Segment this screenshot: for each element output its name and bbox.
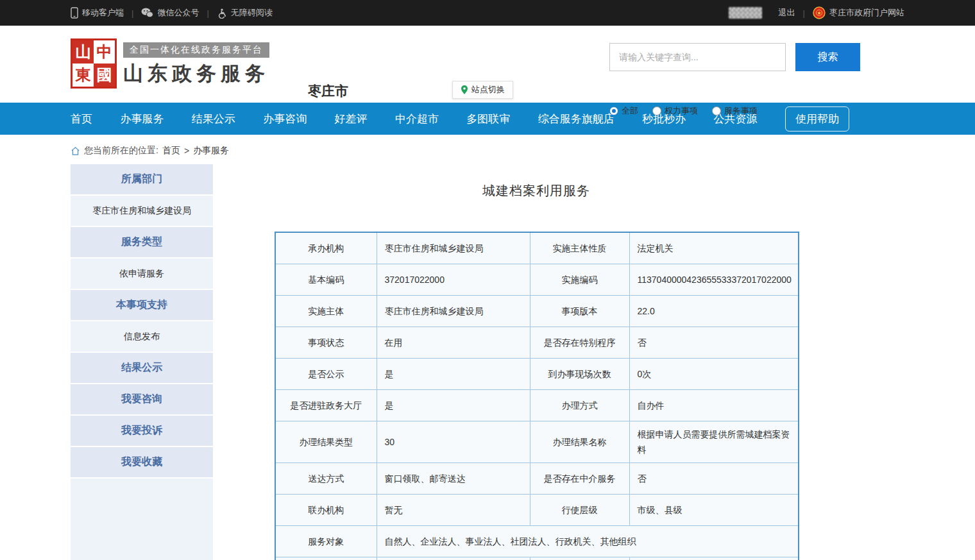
field-value: 0次: [629, 358, 799, 389]
field-label: 办理结果类型: [275, 421, 377, 462]
shandong-seal-logo: 山 中 東 國: [71, 38, 117, 89]
field-value: [629, 557, 799, 560]
site-name: 山东政务服务: [123, 60, 269, 87]
table-row: 是否公示 是 到办事现场次数 0次: [275, 358, 799, 389]
logout-label: 退出: [779, 7, 795, 19]
sidebar-item-results[interactable]: 结果公示: [71, 353, 213, 384]
field-label: [275, 557, 377, 560]
field-label: 是否存在中介服务: [530, 462, 629, 494]
sidebar-filler: [71, 479, 213, 560]
breadcrumb-separator: >: [184, 146, 189, 156]
search-input[interactable]: [609, 43, 786, 71]
sidebar-item-on-application[interactable]: 依申请服务: [71, 259, 213, 290]
scope-label: 权力事项: [665, 105, 698, 117]
nav-item-results[interactable]: 结果公示: [192, 112, 235, 126]
topbar-right: 退出 | ★ 枣庄市政府门户网站: [729, 6, 904, 19]
wechat-icon: [141, 8, 153, 18]
breadcrumb: 您当前所在的位置: 首页 > 办事服务: [0, 135, 975, 162]
sidebar-header-service-type: 服务类型: [71, 227, 213, 259]
radio-icon: [609, 106, 618, 115]
field-label: 事项状态: [275, 327, 377, 358]
table-row: 承办机构 枣庄市住房和城乡建设局 实施主体性质 法定机关: [275, 232, 799, 264]
field-label: 是否公示: [275, 358, 377, 389]
breadcrumb-home-link[interactable]: 首页: [162, 145, 180, 157]
content-area: 所属部门 枣庄市住房和城乡建设局 服务类型 依申请服务 本事项支持 信息发布 结…: [0, 164, 975, 560]
field-label: 实施主体: [275, 295, 377, 327]
main-panel: 城建档案利用服务 承办机构 枣庄市住房和城乡建设局 实施主体性质 法定机关 基本…: [213, 164, 975, 560]
field-label: 联办机构: [275, 494, 377, 525]
nav-item-home[interactable]: 首页: [71, 112, 92, 126]
field-label: 实施编码: [530, 264, 629, 295]
sidebar-item-department-value[interactable]: 枣庄市住房和城乡建设局: [71, 196, 213, 227]
field-value: 自然人、企业法人、事业法人、社团法人、行政机关、其他组织: [377, 525, 799, 557]
svg-text:★: ★: [817, 10, 821, 16]
divider: |: [803, 8, 805, 18]
city-name: 枣庄市: [308, 82, 348, 100]
field-value: 是: [377, 358, 530, 389]
table-row: 送达方式 窗口领取、邮寄送达 是否存在中介服务 否: [275, 462, 799, 494]
field-value: 枣庄市住房和城乡建设局: [377, 232, 530, 264]
platform-badge: 全国一体化在线政务服务平台: [123, 42, 269, 58]
accessibility-link[interactable]: 无障碍阅读: [217, 7, 273, 19]
sidebar-item-consult[interactable]: 我要咨询: [71, 384, 213, 416]
table-row: 事项状态 在用 是否存在特别程序 否: [275, 327, 799, 358]
sidebar-item-info-publish[interactable]: 信息发布: [71, 321, 213, 353]
nav-item-agency-market[interactable]: 中介超市: [395, 112, 439, 126]
radio-icon: [652, 106, 661, 115]
seal-char: 山: [72, 40, 94, 64]
home-icon: [71, 146, 80, 156]
mobile-phone-icon: [71, 7, 78, 19]
portal-link[interactable]: ★ 枣庄市政府门户网站: [813, 6, 904, 19]
search-button[interactable]: 搜索: [795, 43, 860, 71]
scope-label: 全部: [622, 105, 638, 117]
portal-label: 枣庄市政府门户网站: [829, 7, 904, 19]
scope-radio-all[interactable]: 全部: [609, 105, 638, 117]
sidebar-item-complaint[interactable]: 我要投诉: [71, 416, 213, 447]
nav-item-joint-review[interactable]: 多图联审: [466, 112, 510, 126]
field-value: 枣庄市住房和城乡建设局: [377, 295, 530, 327]
wechat-link[interactable]: 微信公众号: [141, 7, 199, 19]
header: 山 中 東 國 全国一体化在线政务服务平台 山东政务服务 枣庄市 站点切换 搜索…: [0, 26, 975, 103]
mobile-client-link[interactable]: 移动客户端: [71, 7, 124, 19]
sidebar-header-item-support: 本事项支持: [71, 290, 213, 321]
nav-item-services[interactable]: 办事服务: [120, 112, 164, 126]
field-label: 办理结果名称: [530, 421, 629, 462]
nav-item-help[interactable]: 使用帮助: [785, 106, 849, 132]
table-row: 实施主体 枣庄市住房和城乡建设局 事项版本 22.0: [275, 295, 799, 327]
field-label: 是否进驻政务大厅: [275, 389, 377, 421]
scope-radio-service-items[interactable]: 服务事项: [712, 105, 758, 117]
field-label: 实施主体性质: [530, 232, 629, 264]
table-row: 基本编码 372017022000 实施编码 11370400004236555…: [275, 264, 799, 295]
nav-item-consult[interactable]: 办事咨询: [263, 112, 307, 126]
table-row: 是否进驻政务大厅 是 办理方式 自办件: [275, 389, 799, 421]
breadcrumb-current[interactable]: 办事服务: [193, 145, 229, 157]
main-nav: 首页 办事服务 结果公示 办事咨询 好差评 中介超市 多图联审 综合服务旗舰店 …: [0, 103, 975, 135]
page-title: 城建档案利用服务: [275, 182, 798, 199]
field-label: 送达方式: [275, 462, 377, 494]
sidebar: 所属部门 枣庄市住房和城乡建设局 服务类型 依申请服务 本事项支持 信息发布 结…: [71, 164, 213, 560]
accessibility-label: 无障碍阅读: [231, 7, 273, 19]
seal-char: 中: [94, 40, 115, 64]
topbar-left: 移动客户端 | 微信公众号 | 无障碍阅读: [71, 7, 273, 19]
divider: |: [207, 8, 208, 18]
national-emblem-icon: ★: [813, 6, 826, 19]
field-value: 自办件: [629, 389, 799, 421]
field-label: 办理方式: [530, 389, 629, 421]
site-switch-button[interactable]: 站点切换: [452, 81, 513, 99]
wechat-label: 微信公众号: [157, 7, 199, 19]
sidebar-item-favorite[interactable]: 我要收藏: [71, 447, 213, 479]
logo-text-block: 全国一体化在线政务服务平台 山东政务服务: [123, 42, 269, 87]
table-row: 办理结果类型 30 办理结果名称 根据申请人员需要提供所需城建档案资料: [275, 421, 799, 462]
nav-item-flagship-store[interactable]: 综合服务旗舰店: [538, 112, 615, 126]
field-value: 市级、县级: [629, 494, 799, 525]
field-value: 法定机关: [629, 232, 799, 264]
field-value: 22.0: [629, 295, 799, 327]
field-value: 1137040000423655533372017022000: [629, 264, 799, 295]
field-value: 在用: [377, 327, 530, 358]
nav-item-rating[interactable]: 好差评: [335, 112, 368, 126]
seal-char: 國: [94, 64, 115, 87]
field-label: 是否存在特别程序: [530, 327, 629, 358]
logout-link[interactable]: 退出: [779, 7, 795, 19]
radio-icon: [712, 106, 721, 115]
scope-radio-power-items[interactable]: 权力事项: [652, 105, 698, 117]
